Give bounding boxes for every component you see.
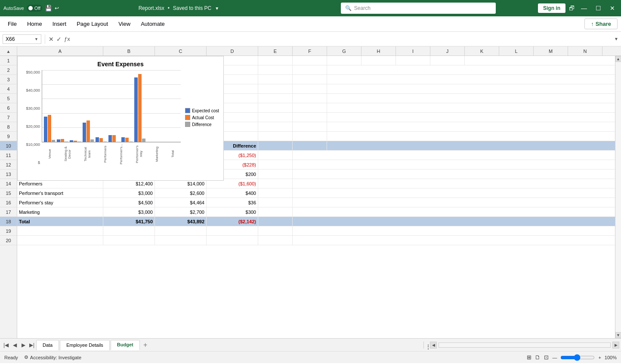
corner-cell[interactable]: ▲: [0, 46, 17, 56]
col-header-e[interactable]: E: [258, 46, 293, 56]
tab-data[interactable]: Data: [36, 340, 59, 350]
cell-stay-diff[interactable]: $36: [207, 198, 258, 207]
col-header-b[interactable]: B: [103, 46, 155, 56]
col-header-d[interactable]: D: [207, 46, 258, 56]
zoom-in-icon[interactable]: +: [598, 355, 601, 360]
formula-expand-icon[interactable]: ▼: [614, 37, 618, 41]
row-num-2[interactable]: 2: [0, 65, 17, 75]
menu-page-layout[interactable]: Page Layout: [72, 19, 112, 29]
cell-transport-expected[interactable]: $3,000: [103, 188, 155, 198]
maximize-button[interactable]: ☐: [593, 5, 604, 12]
table-row[interactable]: Marketing $3,000 $2,700 $300: [17, 207, 615, 217]
col-header-k[interactable]: K: [465, 46, 499, 56]
cell-h1[interactable]: [361, 56, 396, 65]
row-num-10[interactable]: 10: [0, 141, 17, 151]
save-icon[interactable]: 💾: [45, 5, 52, 12]
col-header-m[interactable]: M: [534, 46, 568, 56]
row-num-11[interactable]: 11: [0, 151, 17, 160]
row-num-17[interactable]: 17: [0, 207, 17, 217]
cell-marketing-diff[interactable]: $300: [207, 207, 258, 217]
cell-stay-expected[interactable]: $4,500: [103, 198, 155, 207]
zoom-out-icon[interactable]: —: [552, 355, 557, 360]
col-header-j[interactable]: J: [430, 46, 465, 56]
page-break-icon[interactable]: ⊡: [544, 354, 549, 361]
tab-employee-details[interactable]: Employee Details: [60, 340, 110, 350]
hscroll-left-button[interactable]: ◀: [430, 342, 437, 349]
row-num-8[interactable]: 8: [0, 122, 17, 132]
tab-nav-right[interactable]: ▶: [19, 341, 28, 349]
table-row[interactable]: [17, 236, 615, 245]
cell-e1[interactable]: [258, 56, 293, 65]
row-num-16[interactable]: 16: [0, 198, 17, 207]
table-row[interactable]: Total $41,750 $43,892 ($2,142): [17, 217, 615, 226]
row-num-5[interactable]: 5: [0, 94, 17, 103]
tab-budget[interactable]: Budget: [111, 340, 140, 350]
cell-transport-actual[interactable]: $2,600: [155, 188, 207, 198]
search-box[interactable]: 🔍 Search: [341, 3, 496, 14]
menu-insert[interactable]: Insert: [48, 19, 71, 29]
cancel-icon[interactable]: ✕: [49, 36, 54, 43]
undo-icon[interactable]: ↩: [55, 5, 59, 11]
scroll-down-button[interactable]: ▼: [615, 332, 621, 338]
cell-j1[interactable]: [430, 56, 465, 65]
vertical-scrollbar[interactable]: ▲ ▼: [615, 56, 621, 338]
row-num-19[interactable]: 19: [0, 226, 17, 236]
menu-file[interactable]: File: [3, 19, 21, 29]
cell-total-actual[interactable]: $43,892: [155, 217, 207, 226]
row-num-12[interactable]: 12: [0, 160, 17, 170]
saved-dropdown-icon[interactable]: ▼: [215, 6, 219, 11]
row-num-18[interactable]: 18: [0, 217, 17, 226]
horizontal-scrollbar-track[interactable]: [439, 342, 611, 348]
cell-transport-diff[interactable]: $400: [207, 188, 258, 198]
grid-view-icon[interactable]: ⊞: [527, 354, 531, 361]
cell-marketing[interactable]: Marketing: [17, 207, 103, 217]
confirm-icon[interactable]: ✓: [56, 36, 62, 43]
menu-view[interactable]: View: [114, 19, 135, 29]
row-num-3[interactable]: 3: [0, 75, 17, 84]
cell-total-diff[interactable]: ($2,142): [207, 217, 258, 226]
chart[interactable]: Event Expenses $50,000 $40,000 $30,000 $…: [17, 56, 224, 181]
row-num-6[interactable]: 6: [0, 103, 17, 113]
cell-stay[interactable]: Performer's stay: [17, 198, 103, 207]
function-icon[interactable]: ƒx: [64, 36, 70, 43]
formula-input[interactable]: [72, 34, 612, 44]
share-button[interactable]: ↑ Share: [584, 19, 618, 29]
cell-total-label[interactable]: Total: [17, 217, 103, 226]
hscroll-right-button[interactable]: ▶: [612, 342, 619, 349]
cell-g1[interactable]: [327, 56, 361, 65]
row-num-20[interactable]: 20: [0, 236, 17, 245]
menu-home[interactable]: Home: [23, 19, 46, 29]
cell-ref-dropdown[interactable]: ▼: [34, 37, 38, 41]
tab-nav-left-start[interactable]: |◀: [2, 341, 10, 349]
col-header-a[interactable]: A: [17, 46, 103, 56]
cell-i1[interactable]: [396, 56, 430, 65]
cell-marketing-actual[interactable]: $2,700: [155, 207, 207, 217]
col-header-l[interactable]: L: [499, 46, 534, 56]
row-num-9[interactable]: 9: [0, 132, 17, 141]
scroll-track[interactable]: [616, 62, 621, 332]
menu-automate[interactable]: Automate: [136, 19, 169, 29]
page-view-icon[interactable]: 🗋: [535, 354, 541, 361]
close-button[interactable]: ✕: [607, 5, 618, 12]
minimize-button[interactable]: —: [578, 5, 590, 12]
add-sheet-button[interactable]: +: [141, 340, 150, 350]
col-header-g[interactable]: G: [327, 46, 361, 56]
autosave-toggle[interactable]: Off: [27, 5, 42, 12]
col-header-f[interactable]: F: [293, 46, 327, 56]
tab-nav-left[interactable]: ◀: [10, 341, 19, 349]
col-header-h[interactable]: H: [361, 46, 396, 56]
cell-stay-actual[interactable]: $4,464: [155, 198, 207, 207]
row-num-14[interactable]: 14: [0, 179, 17, 188]
cell-total-expected[interactable]: $41,750: [103, 217, 155, 226]
cell-reference-box[interactable]: X66 ▼: [3, 34, 41, 44]
cell-f1[interactable]: [293, 56, 327, 65]
col-header-c[interactable]: C: [155, 46, 207, 56]
col-header-n[interactable]: N: [568, 46, 602, 56]
row-num-15[interactable]: 15: [0, 188, 17, 198]
zoom-slider[interactable]: [560, 354, 595, 361]
row-num-4[interactable]: 4: [0, 84, 17, 94]
tab-nav-right-end[interactable]: ▶|: [28, 341, 36, 349]
table-row[interactable]: [17, 226, 615, 236]
table-row[interactable]: Performer's stay $4,500 $4,464 $36: [17, 198, 615, 207]
cell-transport[interactable]: Performer's transport: [17, 188, 103, 198]
